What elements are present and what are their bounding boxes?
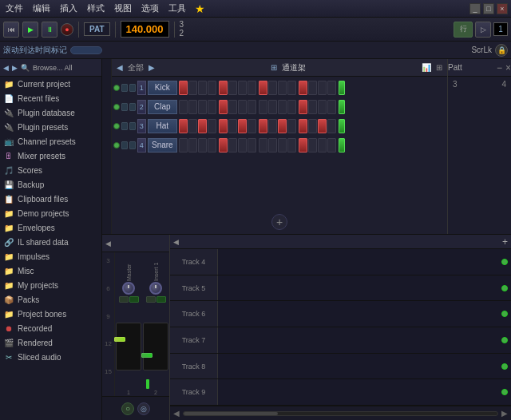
pattern-num[interactable]: 1 xyxy=(493,22,508,36)
song-add-button[interactable]: + xyxy=(502,236,508,248)
add-channel-button[interactable]: + xyxy=(271,214,287,230)
beat-cell-2-4[interactable] xyxy=(219,119,228,133)
beat-cell-3-8[interactable] xyxy=(259,138,267,153)
beat-name-button-0[interactable]: Kick xyxy=(148,81,177,95)
beat-cell-1-1[interactable] xyxy=(188,100,197,114)
beat-cell-1-3[interactable] xyxy=(208,100,216,114)
track-content-3[interactable] xyxy=(218,327,511,353)
master-solo-button[interactable] xyxy=(129,296,139,303)
track-content-4[interactable] xyxy=(218,354,511,379)
beat-cell-1-9[interactable] xyxy=(268,100,277,114)
beat-cell-2-3[interactable] xyxy=(208,119,216,133)
beat-cell-1-4[interactable] xyxy=(219,100,228,114)
beat-cell-1-13[interactable] xyxy=(308,100,317,114)
beat-cell-3-4[interactable] xyxy=(219,138,228,153)
track-content-5[interactable] xyxy=(218,379,511,405)
beat-ctrl-1-3[interactable] xyxy=(121,141,128,149)
step-fwd-button[interactable]: ▷ xyxy=(475,22,491,38)
sidebar-item-plugin-presets[interactable]: 🔌 Plugin presets xyxy=(0,120,101,134)
search-icon[interactable]: 🔍 xyxy=(21,64,30,72)
track-content-2[interactable] xyxy=(218,301,511,327)
beat-cell-0-13[interactable] xyxy=(308,81,317,95)
insert1-mute-button[interactable] xyxy=(146,296,156,303)
song-scroll-thumb[interactable] xyxy=(184,412,278,415)
beat-ctrl-2-2[interactable] xyxy=(129,122,136,130)
mixer-mute-all-button[interactable]: ○ xyxy=(121,402,134,415)
beat-cell-1-14[interactable] xyxy=(318,100,327,114)
beat-led-0[interactable] xyxy=(113,85,120,91)
chart-icon[interactable]: 📊 xyxy=(422,63,431,72)
beat-cell-2-9[interactable] xyxy=(268,119,277,133)
beat-cell-2-13[interactable] xyxy=(308,119,317,133)
beat-cell-1-6[interactable] xyxy=(238,100,247,114)
sidebar-item-project-bones[interactable]: 📁 Project bones xyxy=(0,307,101,321)
pattern-mode-button[interactable]: 行 xyxy=(454,22,473,38)
beat-cell-2-15[interactable] xyxy=(327,119,336,133)
grid-icon[interactable]: ⊞ xyxy=(436,63,442,72)
beat-cell-3-10[interactable] xyxy=(278,138,287,153)
beat-cell-2-14[interactable] xyxy=(318,119,327,133)
beat-ctrl-2-0[interactable] xyxy=(129,84,136,92)
beat-cell-1-7[interactable] xyxy=(248,100,256,114)
menu-view[interactable]: 视图 xyxy=(112,2,134,15)
track-content-1[interactable] xyxy=(218,275,511,301)
channel-rack-icon[interactable]: ⊞ xyxy=(271,63,277,72)
patt-close-icon[interactable]: × xyxy=(505,62,511,73)
beat-cell-3-13[interactable] xyxy=(308,138,317,153)
beat-cell-0-8[interactable] xyxy=(259,81,267,95)
menu-edit[interactable]: 编辑 xyxy=(30,2,53,15)
sidebar-item-sliced-audio[interactable]: ✂ Sliced audio xyxy=(0,350,101,364)
beat-cell-1-8[interactable] xyxy=(259,100,267,114)
master-fader-thumb[interactable] xyxy=(114,337,125,342)
insert1-solo-button[interactable] xyxy=(156,296,166,303)
sidebar-item-misc[interactable]: 📁 Misc xyxy=(0,263,101,278)
beat-led-3[interactable] xyxy=(113,142,120,149)
menu-file[interactable]: 文件 xyxy=(3,2,26,15)
beat-cell-0-5[interactable] xyxy=(228,81,237,95)
pattern-next-icon[interactable]: ▶ xyxy=(149,63,155,72)
beat-cell-2-10[interactable] xyxy=(278,119,287,133)
beat-cell-green-2[interactable] xyxy=(339,119,345,133)
beat-ctrl-2-3[interactable] xyxy=(129,141,136,149)
title-star[interactable]: ★ xyxy=(195,2,205,15)
beat-ctrl-1-2[interactable] xyxy=(121,122,128,130)
beat-cell-1-15[interactable] xyxy=(327,100,336,114)
pattern-prev-icon[interactable]: ◀ xyxy=(117,63,123,72)
song-bottom-right-icon[interactable]: ▶ xyxy=(501,409,508,418)
beat-cell-2-5[interactable] xyxy=(228,119,237,133)
sidebar-item-backup[interactable]: 💾 Backup xyxy=(0,177,101,192)
beat-cell-2-7[interactable] xyxy=(248,119,256,133)
pat-label[interactable]: PAT xyxy=(84,22,110,36)
mixer-back-icon[interactable]: ◀ xyxy=(105,240,111,248)
scroll-track[interactable] xyxy=(70,46,468,54)
menu-insert[interactable]: 插入 xyxy=(57,2,80,15)
record-button[interactable]: ● xyxy=(61,23,73,36)
beat-cell-3-12[interactable] xyxy=(299,138,307,153)
beat-cell-3-6[interactable] xyxy=(238,138,247,153)
sidebar-item-my-projects[interactable]: 📁 My projects xyxy=(0,278,101,292)
beat-cell-green-3[interactable] xyxy=(339,138,345,153)
sidebar-item-mixer-presets[interactable]: 🎚 Mixer presets xyxy=(0,149,101,163)
beat-cell-0-4[interactable] xyxy=(219,81,228,95)
beat-cell-1-5[interactable] xyxy=(228,100,237,114)
beat-led-1[interactable] xyxy=(113,104,120,110)
beat-cell-1-12[interactable] xyxy=(299,100,307,114)
beat-cell-1-2[interactable] xyxy=(198,100,207,114)
beat-cell-0-1[interactable] xyxy=(188,81,197,95)
maximize-button[interactable]: □ xyxy=(483,3,494,14)
sidebar-item-envelopes[interactable]: 📁 Envelopes xyxy=(0,220,101,235)
sidebar-item-recent-files[interactable]: 📄 Recent files xyxy=(0,91,101,105)
beat-cell-1-11[interactable] xyxy=(287,100,296,114)
beat-cell-0-2[interactable] xyxy=(198,81,207,95)
beat-cell-3-11[interactable] xyxy=(287,138,296,153)
sidebar-item-packs[interactable]: 📦 Packs xyxy=(0,292,101,307)
beat-cell-green-0[interactable] xyxy=(339,81,345,95)
sidebar-item-rendered[interactable]: 🎬 Rendered xyxy=(0,335,101,350)
beat-ctrl-2-1[interactable] xyxy=(129,103,136,111)
beat-name-button-3[interactable]: Snare xyxy=(148,138,177,153)
sidebar-item-channel-presets[interactable]: 📺 Channel presets xyxy=(0,134,101,149)
patt-minus-icon[interactable]: − xyxy=(497,62,502,73)
beat-cell-0-12[interactable] xyxy=(299,81,307,95)
beat-name-button-1[interactable]: Clap xyxy=(148,100,177,114)
sidebar-item-recorded[interactable]: ⏺ Recorded xyxy=(0,321,101,335)
